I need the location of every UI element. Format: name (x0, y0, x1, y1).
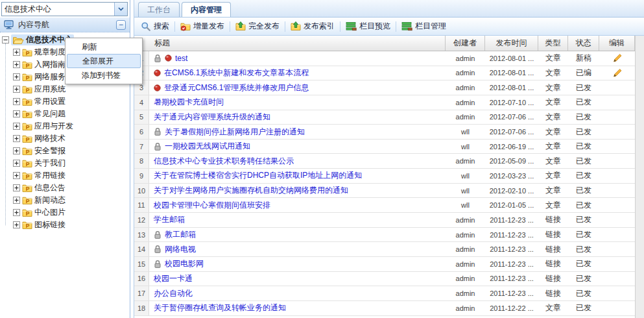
row-title-link[interactable]: 登录通元CMS6.1管理系统并修改用户信息 (164, 82, 309, 93)
tree-item-label[interactable]: 应用系统 (34, 84, 66, 95)
header-creator[interactable]: 创建者 (446, 36, 485, 51)
tree-item-label[interactable]: 常用设置 (34, 96, 66, 107)
row-title-link[interactable]: 校园电影网 (165, 258, 204, 269)
row-creator: wll (446, 140, 485, 154)
table-row: 14 网络电视admin2011-12-23 ...链接已发 (134, 242, 635, 257)
row-edit-cell (599, 198, 635, 212)
row-title-link[interactable]: 信息技术中心专业技术职务聘任结果公示 (154, 156, 294, 167)
site-selector-dropdown-button[interactable] (114, 3, 127, 16)
row-type: 文章 (538, 198, 568, 212)
tree-item-label[interactable]: 常见问题 (34, 108, 66, 119)
row-title-link[interactable]: 教工邮箱 (165, 229, 196, 240)
expander-plus-icon (13, 123, 20, 130)
monitor-icon (4, 20, 14, 30)
row-publish-time: 2011-12-23 ... (485, 257, 538, 271)
tree-item-label[interactable]: 新闻动态 (34, 195, 66, 206)
header-publish-time[interactable]: 发布时间 (485, 36, 538, 51)
row-title-cell: test (149, 51, 446, 66)
toolbar-button-search[interactable]: 搜索 (137, 19, 173, 33)
row-type: 文章 (538, 66, 568, 80)
tree-item-label[interactable]: 图标链接 (34, 219, 66, 230)
tree-item-label[interactable]: 中心图片 (34, 207, 66, 218)
row-type: 文章 (538, 140, 568, 154)
tree-item-label[interactable]: 网络服务 (34, 71, 66, 82)
row-type: 文章 (538, 110, 568, 125)
row-title-cell: 关于通元内容管理系统升级的通知 (149, 110, 446, 125)
row-number: 4 (134, 95, 149, 110)
tree-item-label[interactable]: 关于我们 (34, 158, 66, 169)
row-title-link[interactable]: 办公自动化 (154, 288, 193, 299)
row-publish-time: 2012-07-06 ... (485, 110, 538, 125)
svg-text:P: P (26, 62, 30, 69)
tree-item[interactable]: P图标链接 (11, 219, 130, 231)
tree-item-label[interactable]: 信息公告 (34, 182, 66, 193)
edit-pencil-icon[interactable] (612, 53, 622, 63)
tree-item[interactable]: P网络技术 (11, 132, 130, 145)
toolbar-button-full-publish[interactable]: 完全发布 (232, 19, 283, 33)
tab-workbench[interactable]: 工作台 (138, 2, 180, 17)
folder-p-icon: P (22, 121, 32, 131)
toolbar-button-publish-index[interactable]: 发布索引 (287, 19, 338, 33)
content-nav-title: 内容导航 (18, 19, 116, 31)
tree-item-label[interactable]: 应用与开发 (34, 121, 73, 132)
tree-item[interactable]: P中心图片 (11, 206, 130, 219)
content-toolbar: 搜索 增量发布 完全发布 发布索引 栏目预览 栏目管理 (134, 18, 644, 36)
menu-item[interactable]: 全部展开 (67, 54, 141, 68)
row-title-link[interactable]: 校园卡管理中心寒假期间值班安排 (154, 200, 270, 211)
row-title-link[interactable]: 暑期校园卡充值时间 (154, 97, 224, 108)
tree-item[interactable]: P常用链接 (11, 169, 130, 182)
tree-item-label[interactable]: 常用链接 (34, 170, 66, 181)
tree-item[interactable]: P安全警报 (11, 145, 130, 157)
tree-item[interactable]: P应用系统 (11, 83, 130, 95)
row-title-link[interactable]: 关于在管院博士楼宿舍实行DHCP自动获取IP地址上网的通知 (154, 170, 362, 181)
header-type[interactable]: 类型 (538, 36, 568, 51)
header-title[interactable]: 标题 (149, 36, 446, 51)
folder-p-icon: P (22, 195, 32, 205)
row-creator: admin (446, 272, 485, 286)
row-title-link[interactable]: 学生邮箱 (154, 214, 185, 225)
row-status: 已发 (568, 80, 599, 95)
row-title-link[interactable]: 关于对学生网络用户实施圈存机自助交纳网络费用的通知 (154, 185, 348, 196)
row-publish-time: 2012-07-06 ... (485, 125, 538, 139)
menu-item[interactable]: 刷新 (67, 40, 141, 54)
row-title-cell: 暑期校园卡充值时间 (149, 95, 446, 110)
row-title-link[interactable]: 关于暑假期间停止新网络用户注册的通知 (165, 127, 305, 138)
tree-item[interactable]: P关于我们 (11, 157, 130, 169)
menu-item[interactable]: 添加到书签 (67, 68, 141, 82)
row-title-link[interactable]: test (175, 54, 187, 63)
collapse-panel-button[interactable]: − (116, 20, 126, 30)
row-creator: wll (446, 125, 485, 139)
tree-item-label[interactable]: 规章制度 (34, 47, 66, 58)
tree-item[interactable]: P新闻动态 (11, 194, 130, 206)
toolbar-button-column-manage[interactable]: 栏目管理 (398, 19, 449, 33)
toolbar-button-column-preview[interactable]: 栏目预览 (342, 19, 394, 33)
row-title-cell: 校园卡管理中心寒假期间值班安排 (149, 198, 446, 212)
tree-item-label[interactable]: 安全警报 (34, 145, 66, 156)
content-nav-panel-header: 内容导航 − (0, 18, 130, 32)
row-title-link[interactable]: 关于暂停圈存机查询及转帐业务的通知 (154, 302, 286, 313)
site-selector[interactable]: 信息技术中心 (1, 2, 128, 16)
toolbar-button-incremental-publish[interactable]: 增量发布 (177, 19, 228, 33)
tree-item[interactable]: P应用与开发 (11, 120, 130, 132)
tree-item[interactable]: P信息公告 (11, 182, 130, 194)
expander-plus-icon (13, 221, 20, 228)
edit-pencil-icon[interactable] (612, 68, 622, 78)
row-title-cell: 校园一卡通 (149, 272, 446, 286)
svg-text:P: P (26, 198, 30, 204)
row-status: 已发 (568, 140, 599, 154)
row-title-link[interactable]: 网络电视 (165, 244, 196, 255)
row-publish-time: 2011-12-23 ... (485, 213, 538, 227)
tree-item-label[interactable]: 入网指南 (34, 59, 66, 70)
vertical-scrollbar-track[interactable] (635, 36, 644, 318)
row-title-link[interactable]: 校园一卡通 (154, 273, 193, 284)
tree-item[interactable]: P常用设置 (11, 95, 130, 108)
tab-content-management[interactable]: 内容管理 (182, 2, 231, 17)
row-title-link[interactable]: 关于通元内容管理系统升级的通知 (154, 112, 270, 123)
row-title-link[interactable]: 在CMS6.1系统中新建和发布文章基本流程 (164, 67, 309, 79)
header-edit[interactable]: 编辑 (599, 36, 635, 51)
tree-item-label[interactable]: 网络技术 (34, 133, 66, 144)
row-title-link[interactable]: 一期校园无线网试用通知 (165, 141, 250, 152)
tree-item[interactable]: P常见问题 (11, 108, 130, 120)
header-status[interactable]: 状态 (568, 36, 599, 51)
row-edit-cell (599, 242, 635, 256)
